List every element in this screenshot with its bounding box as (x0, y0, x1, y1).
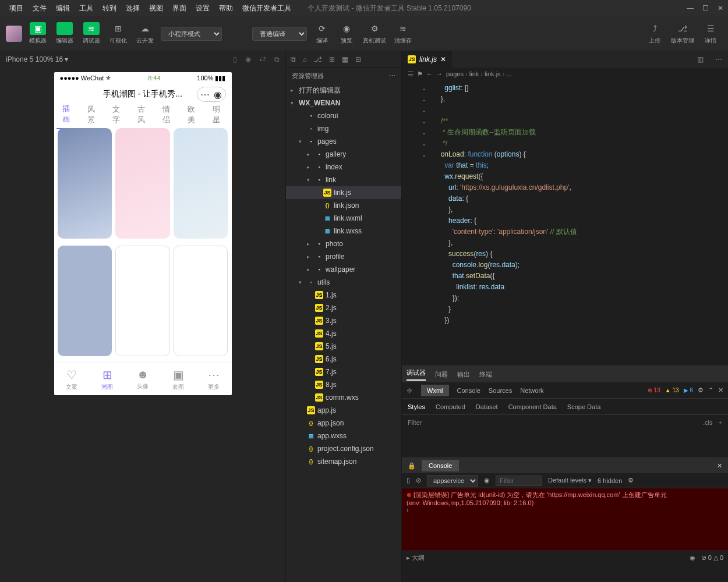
tree-node[interactable]: ▪img (286, 122, 401, 135)
lock-icon[interactable]: 🔒 (408, 462, 416, 470)
tree-node[interactable]: JS3.js (286, 314, 401, 327)
tree-node[interactable]: {}link.json (286, 199, 401, 212)
toolbar-预览[interactable]: ◉预览 (335, 20, 358, 47)
tree-node[interactable]: ▸打开的编辑器 (286, 84, 401, 97)
bottom-nav-item[interactable]: ♡文案 (54, 363, 90, 395)
error-badge[interactable]: ⊗ 13 (648, 387, 660, 393)
maximize-icon[interactable]: ☐ (702, 4, 709, 12)
gear-icon[interactable]: ⚙ (628, 477, 634, 484)
tree-node[interactable]: ▾WX_WENAN (286, 97, 401, 109)
info-badge[interactable]: ▶ 6 (684, 387, 693, 393)
menu-设置[interactable]: 设置 (191, 4, 214, 12)
toolbar-编译[interactable]: ⟳编译 (310, 20, 334, 47)
menu-项目[interactable]: 项目 (5, 4, 28, 12)
tree-node[interactable]: JSapp.js (286, 404, 401, 417)
menu-选择[interactable]: 选择 (121, 4, 144, 12)
toolbar-详情[interactable]: ☰详情 (699, 20, 722, 47)
bookmark-icon[interactable]: ⚑ (417, 70, 423, 78)
gear-icon[interactable]: ⚙ (698, 386, 704, 394)
mode-select[interactable]: 小程序模式 (161, 27, 222, 41)
dbg-panel-tab[interactable]: Wxml (421, 385, 449, 396)
tree-node[interactable]: {}sitemap.json (286, 455, 401, 468)
tree-node[interactable]: ▤link.wxss (286, 225, 401, 237)
ext-icon[interactable]: ⊞ (329, 55, 335, 63)
wallpaper-card[interactable] (58, 246, 112, 356)
menu-视图[interactable]: 视图 (144, 4, 168, 12)
explorer-more-icon[interactable]: ⋯ (389, 72, 395, 80)
add-icon[interactable]: + (719, 419, 722, 426)
tab-close-icon[interactable]: ✕ (440, 55, 446, 63)
tree-node[interactable]: ▾▪utils (286, 276, 401, 289)
menu-工具[interactable]: 工具 (75, 4, 98, 12)
styles-tab[interactable]: Styles (408, 403, 425, 410)
tree-node[interactable]: {}project.config.json (286, 442, 401, 455)
bottom-nav-item[interactable]: ⊞潮图 (90, 363, 125, 395)
toolbar-可视化[interactable]: ⊞可视化 (106, 20, 130, 47)
close-icon[interactable]: ✕ (717, 462, 722, 470)
tree-node[interactable]: ▸▪wallpaper (286, 263, 401, 276)
dbg-tab[interactable]: 调试器 (407, 368, 426, 381)
nav-back-icon[interactable]: ← (426, 70, 433, 77)
crumb[interactable]: link.js (485, 70, 501, 77)
crumb[interactable]: link (469, 70, 479, 77)
tree-node[interactable]: JS6.js (286, 353, 401, 365)
tree-node[interactable]: JScomm.wxs (286, 391, 401, 404)
eye-icon[interactable]: ◉ (690, 554, 695, 562)
tree-node[interactable]: JS8.js (286, 378, 401, 391)
console-tab[interactable]: Console (422, 460, 459, 471)
code-area[interactable]: gglist: [] }, /** * 生命周期函数--监听页面加载 */ on… (437, 80, 728, 365)
tree-node[interactable]: ▸▪index (286, 161, 401, 173)
device-phone-icon[interactable]: ▯ (233, 55, 237, 63)
device-label[interactable]: iPhone 5 100% 16 ▾ (6, 55, 68, 63)
eye-icon[interactable]: ◉ (484, 477, 490, 484)
sim-capsule[interactable]: ⋯◉ (197, 87, 226, 102)
styles-tab[interactable]: Scope Data (567, 403, 600, 410)
bottom-nav-item[interactable]: ▣套图 (161, 363, 196, 395)
close-icon[interactable]: ✕ (718, 386, 723, 394)
menu-编辑[interactable]: 编辑 (51, 4, 75, 12)
tree-node[interactable]: ▸▪profile (286, 250, 401, 263)
wallpaper-card[interactable] (115, 128, 170, 239)
avatar[interactable] (6, 26, 22, 42)
split-icon[interactable]: ▥ (691, 55, 709, 63)
tree-node[interactable]: ▤link.wxml (286, 212, 401, 225)
toolbar-调试器[interactable]: ≋调试器 (79, 20, 104, 47)
menu-转到[interactable]: 转到 (98, 4, 121, 12)
outline[interactable]: ▸ 大纲 ◉ ⊘ 0 △ 0 (402, 551, 728, 565)
menu-微信开发者工具[interactable]: 微信开发者工具 (238, 4, 296, 12)
filter-label[interactable]: Filter (408, 419, 422, 426)
no-icon[interactable]: ⊘ (416, 477, 421, 484)
toolbar-云开发[interactable]: ☁云开发 (133, 20, 157, 47)
branch-icon[interactable]: ⎇ (314, 55, 322, 63)
tree-node[interactable]: ▤app.wxss (286, 430, 401, 442)
chevron-up-icon[interactable]: ⌃ (708, 386, 713, 394)
styles-tab[interactable]: Dataset (476, 403, 498, 410)
nav-menu-icon[interactable]: ☰ (408, 70, 414, 78)
files-icon[interactable]: ⧉ (291, 55, 296, 63)
dbg-panel-tab[interactable]: Network (520, 387, 543, 394)
tree-node[interactable]: JS5.js (286, 340, 401, 353)
toolbar-模拟器[interactable]: ▣模拟器 (26, 20, 50, 47)
toolbar-编辑器[interactable]: 编辑器 (52, 20, 77, 47)
bottom-nav-item[interactable]: ☻头像 (125, 363, 161, 395)
menu-帮助[interactable]: 帮助 (214, 4, 238, 12)
warn-badge[interactable]: ▲ 13 (665, 387, 679, 393)
grid-icon[interactable]: ▦ (342, 55, 348, 63)
minimize-icon[interactable]: — (687, 4, 694, 12)
crumb[interactable]: ... (506, 70, 511, 77)
tree-node[interactable]: JSlink.js (286, 186, 401, 199)
tree-node[interactable]: JS2.js (286, 301, 401, 314)
tree-node[interactable]: JS7.js (286, 365, 401, 378)
device-share-icon[interactable]: ⮂ (259, 55, 266, 63)
editor-tab[interactable]: JS link.js ✕ (402, 51, 452, 68)
tree-node[interactable]: JS1.js (286, 289, 401, 301)
dbg-tab[interactable]: 终端 (479, 370, 492, 379)
tree-node[interactable]: {}app.json (286, 417, 401, 430)
nav-fwd-icon[interactable]: → (436, 70, 443, 77)
close-icon[interactable]: ✕ (718, 4, 723, 12)
clear-icon[interactable]: ▯ (407, 477, 410, 484)
inspect-icon[interactable]: ⯐ (407, 387, 413, 394)
dbg-tab[interactable]: 输出 (457, 370, 470, 379)
tree-node[interactable]: ▸▪photo (286, 237, 401, 250)
menu-文件[interactable]: 文件 (28, 4, 51, 12)
